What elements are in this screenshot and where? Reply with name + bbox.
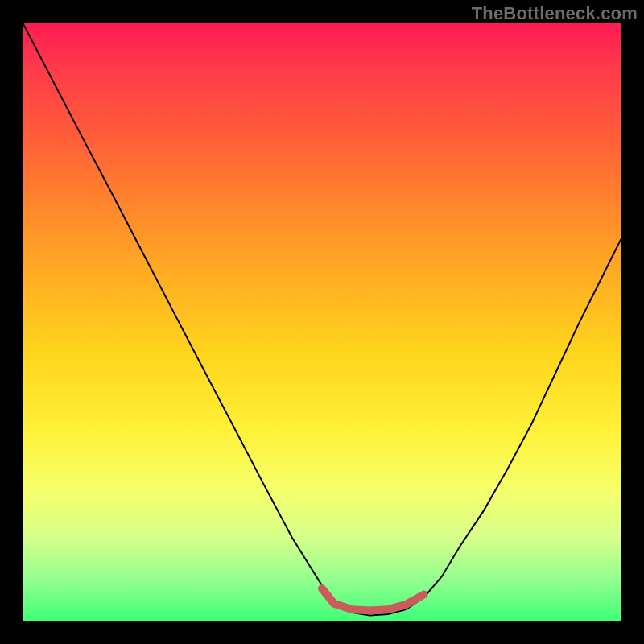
watermark-text: TheBottleneck.com	[472, 3, 638, 24]
bottom-band	[322, 588, 423, 611]
plot-area	[23, 23, 621, 621]
curve-line	[23, 23, 621, 616]
chart-frame: TheBottleneck.com	[0, 0, 644, 644]
chart-svg	[23, 23, 621, 621]
